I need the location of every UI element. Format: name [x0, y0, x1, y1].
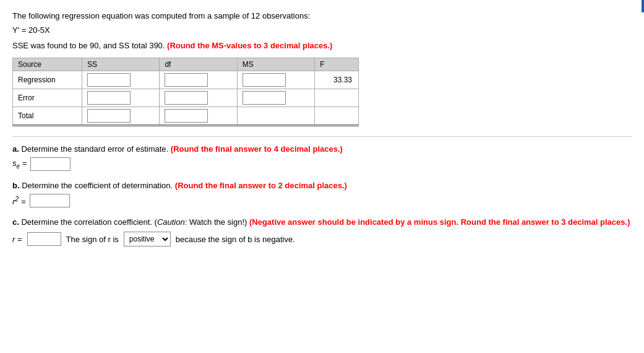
col-header-ms: MS — [237, 58, 314, 71]
ss-error-cell[interactable] — [82, 89, 160, 107]
sse-round-note: (Round the MS-values to 3 decimal places… — [167, 41, 332, 50]
sign-select[interactable]: positive negative — [124, 232, 171, 246]
se-label: se = — [12, 159, 27, 170]
ms-error-input[interactable] — [243, 91, 286, 105]
part-a-instruction: a. Determine the standard error of estim… — [12, 144, 632, 154]
se-input[interactable] — [30, 157, 71, 171]
part-c-instruction: c. Determine the correlation coefficient… — [12, 217, 632, 227]
ms-total-cell — [237, 107, 314, 126]
f-error — [315, 89, 359, 107]
source-total: Total — [13, 107, 82, 126]
part-c-round-note: (Negative answer should be indicated by … — [249, 217, 630, 227]
source-error: Error — [13, 89, 82, 107]
anova-table: Source SS df MS F Regression 33.33 Error… — [12, 58, 359, 126]
part-b-text: Determine the coefficient of determinati… — [22, 181, 175, 190]
df-total-input[interactable] — [165, 109, 208, 123]
section-b: b. Determine the coefficient of determin… — [12, 181, 632, 207]
part-b-input-row: r2 = — [12, 194, 632, 207]
table-row-error: Error — [13, 89, 359, 107]
part-c-label: c. — [12, 217, 19, 227]
col-header-df: df — [160, 58, 237, 71]
part-a-label: a. — [12, 144, 19, 154]
part-c-sign-row: r = The sign of r is positive negative b… — [12, 232, 632, 246]
sse-text: SSE was found to be 90, and SS total 390… — [12, 41, 632, 50]
f-regression: 33.33 — [315, 71, 359, 89]
df-regression-cell[interactable] — [160, 71, 237, 89]
section-c: c. Determine the correlation coefficient… — [12, 217, 632, 246]
r2-label: r2 = — [12, 195, 26, 206]
part-c-text: Determine the correlation coefficient. (… — [21, 217, 249, 227]
ss-total-input[interactable] — [87, 109, 131, 123]
df-regression-input[interactable] — [165, 73, 208, 87]
source-regression: Regression — [13, 71, 82, 89]
r-input[interactable] — [27, 232, 61, 246]
f-total — [315, 107, 359, 126]
df-total-cell[interactable] — [160, 107, 237, 126]
ss-total-cell[interactable] — [82, 107, 160, 126]
part-b-instruction: b. Determine the coefficient of determin… — [12, 181, 632, 190]
part-a-input-row: se = — [12, 157, 632, 171]
intro-text: The following regression equation was co… — [12, 11, 632, 20]
part-a-round-note: (Round the final answer to 4 decimal pla… — [171, 144, 343, 154]
r-label: r = — [12, 235, 22, 244]
table-row-regression: Regression 33.33 — [13, 71, 359, 89]
section-a: a. Determine the standard error of estim… — [12, 144, 632, 171]
cursor-indicator — [642, 0, 644, 12]
part-b-label: b. — [12, 181, 20, 190]
ss-regression-cell[interactable] — [82, 71, 160, 89]
ms-regression-input[interactable] — [243, 73, 286, 87]
ss-error-input[interactable] — [87, 91, 131, 105]
part-b-round-note: (Round the final answer to 2 decimal pla… — [175, 181, 347, 190]
equation: Y' = 20-5X — [12, 25, 632, 35]
table-row-total: Total — [13, 107, 359, 126]
sign-suffix: because the sign of b is negative. — [176, 235, 295, 244]
ms-regression-cell[interactable] — [237, 71, 314, 89]
section-divider — [12, 136, 632, 137]
col-header-source: Source — [13, 58, 82, 71]
ms-error-cell[interactable] — [237, 89, 314, 107]
part-a-text: Determine the standard error of estimate… — [21, 144, 170, 154]
ss-regression-input[interactable] — [87, 73, 131, 87]
df-error-cell[interactable] — [160, 89, 237, 107]
sign-prefix: The sign of r is — [66, 235, 119, 244]
r2-input[interactable] — [30, 194, 70, 207]
df-error-input[interactable] — [165, 91, 208, 105]
col-header-ss: SS — [82, 58, 160, 71]
sse-main: SSE was found to be 90, and SS total 390… — [12, 41, 165, 50]
col-header-f: F — [315, 58, 359, 71]
